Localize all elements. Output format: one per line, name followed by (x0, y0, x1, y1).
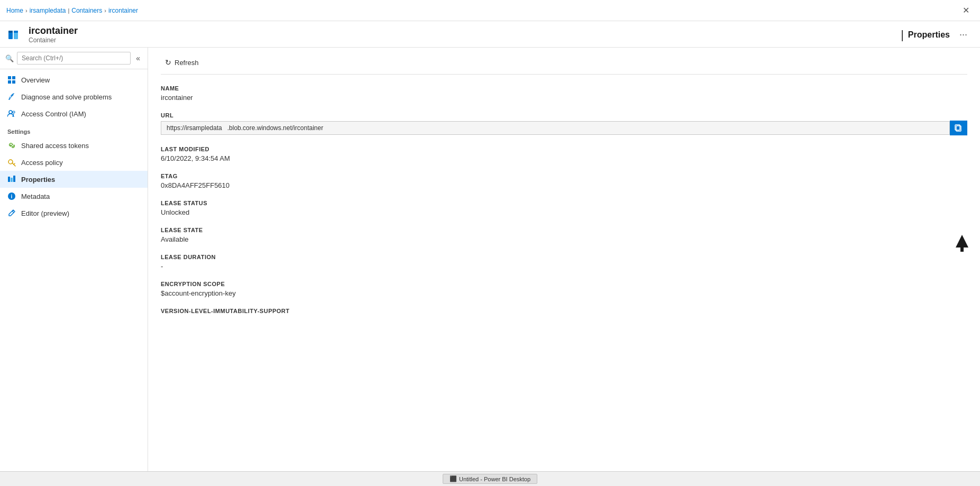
lease-duration-section: LEASE DURATION - (161, 254, 967, 270)
name-section: NAME ircontainer (161, 85, 967, 102)
svg-rect-4 (8, 76, 11, 79)
url-section: URL (161, 112, 967, 135)
sidebar-item-access-control[interactable]: Access Control (IAM) (0, 105, 148, 122)
container-icon (6, 26, 23, 43)
svg-rect-8 (8, 98, 11, 100)
svg-rect-5 (12, 76, 15, 79)
sidebar-item-overview[interactable]: Overview (0, 71, 148, 88)
wrench-icon (7, 93, 16, 101)
svg-line-13 (14, 163, 15, 164)
sidebar-item-editor-preview-label: Editor (preview) (21, 209, 69, 217)
sidebar-item-editor-preview[interactable]: Editor (preview) (0, 205, 148, 222)
etag-section: ETAG 0x8DA4AFF25FF5610 (161, 173, 967, 189)
sidebar-nav: Overview Diagnose and solve problems (0, 69, 148, 224)
sidebar: 🔍 « Overview (0, 48, 148, 471)
lease-duration-label: LEASE DURATION (161, 254, 967, 260)
main-layout: 🔍 « Overview (0, 48, 980, 471)
sidebar-item-overview-label: Overview (21, 76, 50, 84)
resource-type: Container (29, 36, 896, 44)
toolbar: ↻ Refresh (161, 56, 967, 75)
refresh-icon: ↻ (165, 58, 171, 67)
lease-status-section: LEASE STATUS Unlocked (161, 200, 967, 216)
settings-section-label: Settings (0, 122, 148, 137)
bars-icon (7, 175, 16, 184)
name-value: ircontainer (161, 94, 967, 102)
taskbar-powerbi-item[interactable]: ⬛ Untitled - Power BI Desktop (443, 474, 537, 484)
sidebar-item-diagnose[interactable]: Diagnose and solve problems (0, 88, 148, 105)
last-modified-label: LAST MODIFIED (161, 146, 967, 152)
last-modified-section: LAST MODIFIED 6/10/2022, 9:34:54 AM (161, 146, 967, 162)
close-button[interactable]: ✕ (958, 3, 974, 17)
sidebar-item-properties-label: Properties (21, 176, 55, 184)
sidebar-item-properties[interactable]: Properties (0, 171, 148, 188)
version-immutability-section: VERSION-LEVEL-IMMUTABILITY-SUPPORT (161, 308, 967, 314)
svg-rect-3 (14, 31, 18, 33)
url-label: URL (161, 112, 967, 118)
search-icon: 🔍 (5, 54, 14, 62)
lease-state-value: Available (161, 235, 967, 243)
breadcrumb-containers[interactable]: Containers (71, 7, 102, 14)
sidebar-search-area: 🔍 « (0, 48, 148, 69)
sidebar-item-access-policy[interactable]: Access policy (0, 154, 148, 171)
lease-status-value: Unlocked (161, 208, 967, 216)
pencil-icon (7, 209, 16, 217)
resource-name: ircontainer (29, 25, 896, 36)
sidebar-item-diagnose-label: Diagnose and solve problems (21, 93, 112, 101)
top-bar: Home › irsampledata | Containers › ircon… (0, 0, 980, 21)
svg-rect-22 (960, 247, 964, 252)
taskbar-powerbi-label: Untitled - Power BI Desktop (459, 476, 530, 482)
url-row (161, 121, 967, 135)
link-icon (7, 141, 16, 150)
more-options-button[interactable]: ··· (955, 28, 972, 41)
lease-duration-value: - (161, 262, 967, 270)
copy-url-button[interactable] (950, 121, 967, 135)
name-label: NAME (161, 85, 967, 91)
key-icon (7, 158, 16, 167)
lease-state-section: LEASE STATE Available (161, 227, 967, 243)
resource-title-block: ircontainer Container (29, 25, 896, 44)
sidebar-item-shared-access-tokens-label: Shared access tokens (21, 142, 89, 150)
content-area: ↻ Refresh NAME ircontainer URL (148, 48, 980, 471)
svg-rect-15 (11, 178, 13, 182)
refresh-label: Refresh (175, 59, 199, 67)
url-input[interactable] (161, 121, 950, 135)
resource-header: ircontainer Container | Properties ··· (0, 21, 980, 48)
svg-rect-16 (13, 176, 15, 182)
svg-text:i: i (11, 194, 13, 199)
encryption-scope-section: ENCRYPTION SCOPE $account-encryption-key (161, 281, 967, 297)
sidebar-item-access-control-label: Access Control (IAM) (21, 110, 86, 118)
breadcrumb-container[interactable]: ircontainer (108, 7, 138, 14)
collapse-sidebar-button[interactable]: « (134, 53, 142, 63)
breadcrumb: Home › irsampledata | Containers › ircon… (6, 7, 958, 14)
lease-status-label: LEASE STATUS (161, 200, 967, 206)
info-icon: i (7, 192, 16, 200)
last-modified-value: 6/10/2022, 9:34:54 AM (161, 154, 967, 162)
sidebar-item-metadata-label: Metadata (21, 192, 50, 200)
etag-label: ETAG (161, 173, 967, 179)
search-input[interactable] (17, 52, 131, 65)
svg-point-9 (9, 111, 12, 114)
svg-point-10 (13, 111, 15, 113)
etag-value: 0x8DA4AFF25FF5610 (161, 181, 967, 189)
taskbar: ⬛ Untitled - Power BI Desktop (0, 471, 980, 486)
lease-state-label: LEASE STATE (161, 227, 967, 233)
breadcrumb-home[interactable]: Home (6, 7, 23, 14)
encryption-scope-label: ENCRYPTION SCOPE (161, 281, 967, 287)
svg-rect-6 (8, 80, 11, 84)
encryption-scope-value: $account-encryption-key (161, 289, 967, 297)
sidebar-item-access-policy-label: Access policy (21, 159, 63, 167)
sidebar-item-shared-access-tokens[interactable]: Shared access tokens (0, 137, 148, 154)
svg-rect-2 (8, 31, 13, 33)
svg-rect-14 (8, 177, 10, 182)
sidebar-item-metadata[interactable]: i Metadata (0, 188, 148, 205)
grid-icon (7, 76, 16, 84)
version-immutability-label: VERSION-LEVEL-IMMUTABILITY-SUPPORT (161, 308, 967, 314)
refresh-button[interactable]: ↻ Refresh (161, 56, 203, 69)
svg-rect-7 (12, 80, 15, 84)
breadcrumb-account[interactable]: irsampledata (30, 7, 66, 14)
taskbar-powerbi-icon: ⬛ (450, 475, 457, 482)
people-icon (7, 109, 16, 118)
